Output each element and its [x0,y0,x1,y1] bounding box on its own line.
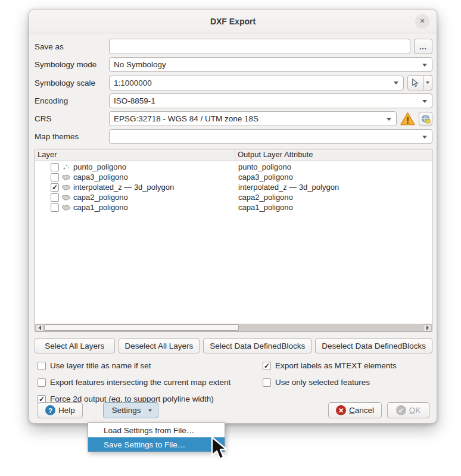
cancel-label: Cancel [349,406,374,415]
crs-label: CRS [35,114,109,123]
symbology-scale-label: Symbology scale [35,79,109,87]
scrollbar-thumb[interactable] [44,324,239,331]
save-as-input[interactable] [109,39,410,54]
settings-button[interactable]: Settings [103,402,158,418]
symbology-scale-combo[interactable]: 1:1000000 [109,76,404,90]
layer-table-header[interactable]: Layer Output Layer Attribute [35,149,432,161]
set-scale-from-map-split-button [407,75,432,90]
row-checkbox[interactable] [51,193,59,202]
chevron-down-icon [394,82,398,84]
deselect-all-layers-button[interactable]: Deselect All Layers [119,338,200,353]
select-crs-button[interactable] [419,112,432,126]
option-layer-title-as-name[interactable]: Use layer title as name if set [38,361,263,370]
menu-item-save-settings[interactable]: Save Settings to File… [88,437,225,452]
checkbox[interactable] [263,362,271,370]
output-attribute[interactable]: capa3_poligono [235,173,432,181]
table-row[interactable]: capa2_poligono capa2_poligono [35,192,432,202]
option-label: Use only selected features [275,378,370,387]
polygon-layer-icon [61,193,71,201]
encoding-select[interactable]: ISO-8859-1 [109,93,432,108]
deselect-data-defined-blocks-button[interactable]: Deselect Data DefinedBlocks [315,338,432,353]
dialog-body: Save as … Symbology mode No Symbology [29,33,437,403]
option-export-mtext[interactable]: Export labels as MTEXT elements [263,361,432,370]
option-only-selected-features[interactable]: Use only selected features [263,378,432,387]
symbology-mode-label: Symbology mode [35,60,109,69]
chevron-down-icon [422,136,427,139]
checkbox[interactable] [38,378,46,387]
settings-label: Settings [112,406,141,415]
checkbox[interactable] [263,378,271,387]
mouse-cursor [210,436,230,461]
table-row[interactable]: interpolated_z — 3d_polygon interpolated… [35,182,432,192]
browse-button[interactable]: … [414,39,432,54]
scroll-left-icon[interactable] [35,324,44,331]
row-checkbox[interactable] [51,163,59,171]
output-attribute[interactable]: interpolated_z — 3d_polygon [235,183,432,192]
option-label: Export features intersecting the current… [50,378,230,387]
help-label: Help [58,406,75,415]
settings-menu: Load Settings from File… Save Settings t… [88,422,225,452]
table-row[interactable]: capa1_poligono capa1_poligono [35,202,432,212]
map-themes-label: Map themes [35,132,109,141]
output-attribute[interactable]: punto_poligono [235,162,432,171]
scroll-right-icon[interactable] [423,324,432,331]
row-checkbox[interactable] [51,203,59,212]
option-label: Use layer title as name if set [50,361,151,370]
dxf-export-dialog: DXF Export × Save as … Symbology mode No… [29,9,437,424]
cursor-arrow-icon [411,79,420,87]
row-checkbox[interactable] [51,173,59,181]
menu-item-load-settings[interactable]: Load Settings from File… [88,423,225,437]
chevron-down-icon [422,64,427,67]
table-row[interactable]: punto_poligono punto_poligono [35,162,432,172]
chevron-down-icon [148,409,152,412]
symbology-mode-value: No Symbology [114,60,166,69]
cancel-icon: ✕ [336,405,346,415]
map-extent-picker-button[interactable] [407,75,423,90]
layer-name: capa3_poligono [73,173,128,181]
chevron-down-icon [387,118,391,121]
screen: { "window": { "title": "DXF Export", "cl… [0,0,461,476]
crs-row: CRS EPSG:32718 - WGS 84 / UTM zone 18S [35,111,432,126]
output-attribute[interactable]: capa1_poligono [235,203,432,212]
checkbox[interactable] [38,362,46,370]
save-as-row: Save as … [35,39,432,54]
map-themes-select[interactable] [109,129,432,144]
point-layer-icon [61,163,71,171]
horizontal-scrollbar[interactable] [35,324,432,331]
selection-buttons-row: Select All Layers Deselect All Layers Se… [35,338,432,353]
table-row[interactable]: capa3_poligono capa3_poligono [35,172,432,182]
dialog-title: DXF Export [210,17,256,26]
select-all-layers-button[interactable]: Select All Layers [35,338,115,353]
option-label: Export labels as MTEXT elements [275,361,397,370]
globe-icon [421,114,431,124]
layer-name: interpolated_z — 3d_polygon [73,183,174,192]
titlebar[interactable]: DXF Export × [29,10,437,33]
crs-select[interactable]: EPSG:32718 - WGS 84 / UTM zone 18S [109,111,397,126]
help-button[interactable]: ? Help [38,402,83,418]
symbology-scale-row: Symbology scale 1:1000000 [35,75,432,90]
option-intersecting-extent[interactable]: Export features intersecting the current… [38,378,263,387]
ok-button[interactable]: ✓ OK [387,402,429,418]
symbology-scale-value: 1:1000000 [114,79,152,87]
column-header-output-attribute[interactable]: Output Layer Attribute [235,149,432,161]
output-attribute[interactable]: capa2_poligono [235,193,432,202]
layer-name: capa2_poligono [73,193,128,202]
chevron-down-icon [426,82,429,84]
scrollbar-track[interactable] [44,324,423,331]
polygon-layer-icon [61,203,71,211]
options-area: Use layer title as name if set Export la… [35,361,432,403]
symbology-mode-row: Symbology mode No Symbology [35,57,432,72]
select-data-defined-blocks-button[interactable]: Select Data DefinedBlocks [203,338,312,353]
cancel-button[interactable]: ✕ Cancel [328,402,382,418]
scale-options-dropdown[interactable] [423,75,432,90]
encoding-row: Encoding ISO-8859-1 [35,93,432,108]
column-header-layer[interactable]: Layer [35,149,235,161]
polygon-layer-icon [61,183,71,191]
close-icon[interactable]: × [415,14,429,29]
encoding-value: ISO-8859-1 [114,96,155,105]
row-checkbox[interactable] [51,183,59,192]
layer-name: punto_poligono [73,162,126,171]
symbology-mode-select[interactable]: No Symbology [109,57,432,72]
ok-icon: ✓ [396,405,406,415]
crs-value: EPSG:32718 - WGS 84 / UTM zone 18S [114,114,258,123]
